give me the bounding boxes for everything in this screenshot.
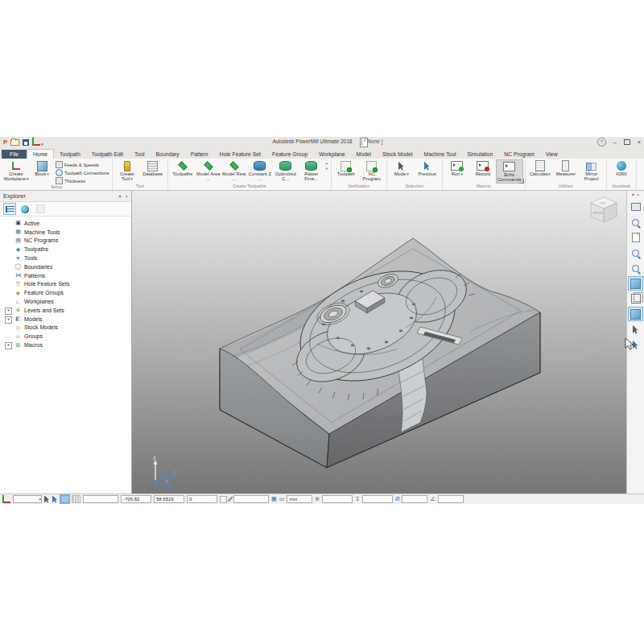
workplane-quick-button[interactable]: ▾ [32,138,43,147]
mirror-project-button[interactable]: Mirror Project [579,159,605,182]
x-coordinate-field[interactable]: -706.82 [121,495,151,503]
tab-tool[interactable]: Tool [129,150,150,159]
tree-item-nc-programs[interactable]: ▤NC Programs [3,237,131,246]
create-tool-button[interactable]: Create Tool▾ [114,159,140,182]
view-cube[interactable]: TOP FRONT [586,195,621,225]
raster-finishing-button[interactable]: Raster Finis... [299,159,324,182]
wireframe-view-button[interactable] [628,291,643,306]
target-value-field[interactable] [322,495,353,503]
tree-item-machine-tools[interactable]: ▦Machine Tools [3,228,131,237]
strategy-scroll-buttons[interactable]: ▲ ▼ [324,159,329,172]
probe-value-field[interactable] [362,495,393,503]
save-project-icon[interactable] [23,139,29,146]
help-button[interactable]: ? [597,138,606,147]
close-button[interactable]: × [638,139,641,145]
tab-feature-group[interactable]: Feature Group [266,150,313,159]
previous-selection-button[interactable]: Previous [415,159,440,176]
tree-item-hole-feature-sets[interactable]: ▽Hole Feature Sets [3,280,131,289]
tab-simulation[interactable]: Simulation [461,150,498,159]
cursor-snap-icon[interactable] [52,496,58,503]
tree-item-tools[interactable]: ▼Tools [3,254,131,262]
tree-item-active[interactable]: ▣Active [3,219,131,228]
calculator-button[interactable]: Calculator [527,159,553,176]
graphics-viewport[interactable]: TOP FRONT Z X Y [132,191,626,493]
tab-home[interactable]: Home [27,149,54,159]
view-toolbar-close-icon[interactable]: × [637,192,640,199]
tree-item-levels-and-sets[interactable]: +≣Levels and Sets [3,306,131,315]
status-info-field[interactable] [233,495,269,503]
tree-item-patterns[interactable]: ⋈Patterns [3,271,131,280]
units-field[interactable]: mm [287,495,312,503]
status-extra-field[interactable] [83,495,118,503]
minimize-button[interactable]: – [613,139,617,145]
redraw-view-button[interactable] [628,200,643,214]
macros-dialog-launcher-icon[interactable] [519,179,524,184]
block-button[interactable]: Block▾ [29,159,55,177]
shaded-view-button[interactable] [628,307,643,321]
tree-item-stock-models[interactable]: ◇Stock Models [3,324,131,332]
grid-pause-icon[interactable]: ▦ [271,496,277,502]
create-workplane-button[interactable]: Create Workplane▾ [3,159,29,182]
open-project-icon[interactable] [10,139,19,146]
grid-toggle-icon[interactable] [60,495,69,503]
tree-item-groups[interactable]: ▱Groups [3,332,131,341]
tab-workplane[interactable]: Workplane [313,150,350,159]
tab-stock-model[interactable]: Stock Model [377,150,418,159]
model-area-clearance-button[interactable]: Model Area ... [196,159,221,182]
tab-model[interactable]: Model [351,150,378,159]
explorer-web-view-button[interactable] [19,203,31,215]
verify-toolpath-button[interactable]: Toolpath [333,159,359,176]
measurer-button[interactable]: Measurer [553,159,579,176]
tab-hole-feature-set[interactable]: Hole Feature Set [214,150,266,159]
tab-toolpath[interactable]: Toolpath [54,150,86,159]
run-macro-button[interactable]: Run▾ [444,159,470,177]
model-rest-area-button[interactable]: Model Rest ... [221,159,247,182]
tab-nc-program[interactable]: NC Program [498,150,540,159]
tree-item-toolpaths[interactable]: ◆Toolpaths [3,245,131,254]
ruler-icon[interactable]: ▭ [279,496,285,502]
z-coordinate-field[interactable]: 0 [187,495,217,503]
zoom-previous-button[interactable] [628,261,643,275]
expand-icon[interactable]: + [5,342,12,349]
tab-pattern[interactable]: Pattern [185,150,214,159]
toolpath-connections-button[interactable]: Toolpath Connections [56,169,109,176]
pin-probe-icon[interactable]: ↧ [355,496,360,502]
coordinate-checkbox[interactable] [220,496,227,503]
selection-mode-button[interactable]: Mode▾ [389,159,415,177]
cursor-tool-icon[interactable] [44,496,50,503]
restore-button[interactable] [624,139,630,145]
tree-item-workplanes[interactable]: ∟Workplanes [3,297,131,306]
diameter-field[interactable] [402,495,427,503]
tree-item-macros[interactable]: +⊞Macros [3,341,131,349]
tree-item-boundaries[interactable]: ◯Boundaries [3,262,131,271]
constant-z-finishing-button[interactable]: Constant Z ... [247,159,273,182]
feeds-speeds-button[interactable]: Feeds & Speeds [56,161,109,168]
tab-machine-tool[interactable]: Machine Tool [419,150,462,159]
a360-button[interactable]: A360 [609,159,634,176]
toolpaths-strategy-button[interactable]: Toolpaths [170,159,196,176]
refresh-page-button[interactable] [628,230,643,245]
thickness-button[interactable]: Thickness [56,177,109,184]
explorer-close-icon[interactable]: × [125,194,128,199]
iso-view-button[interactable] [628,276,643,291]
verify-nc-program-button[interactable]: NC Program [359,159,385,182]
tab-boundary[interactable]: Boundary [151,150,185,159]
expand-icon[interactable]: + [5,308,12,315]
optimized-constant-z-button[interactable]: Optimized C... [273,159,299,182]
tool-database-button[interactable]: Database [140,159,166,176]
view-toolbar-pin-icon[interactable]: ▾ [632,192,634,199]
tree-item-feature-groups[interactable]: ◈Feature Groups [3,288,131,297]
workplane-combo[interactable]: ▾ [13,495,42,503]
angle-field[interactable] [438,495,464,503]
explorer-pin-icon[interactable]: ▾ [118,193,121,199]
tree-item-models[interactable]: +◧Models [3,315,131,324]
tab-toolpath-edit[interactable]: Toolpath Edit [86,150,129,159]
tab-view[interactable]: View [540,150,564,159]
powermill-logo-icon[interactable]: P [3,138,7,146]
target-icon[interactable]: ⊕ [315,496,320,502]
zoom-fit-button[interactable] [628,215,643,229]
record-macro-button[interactable]: Record [470,159,496,176]
zoom-box-button[interactable] [628,246,643,260]
tab-file[interactable]: File [2,150,27,159]
expand-icon[interactable]: + [5,316,12,324]
